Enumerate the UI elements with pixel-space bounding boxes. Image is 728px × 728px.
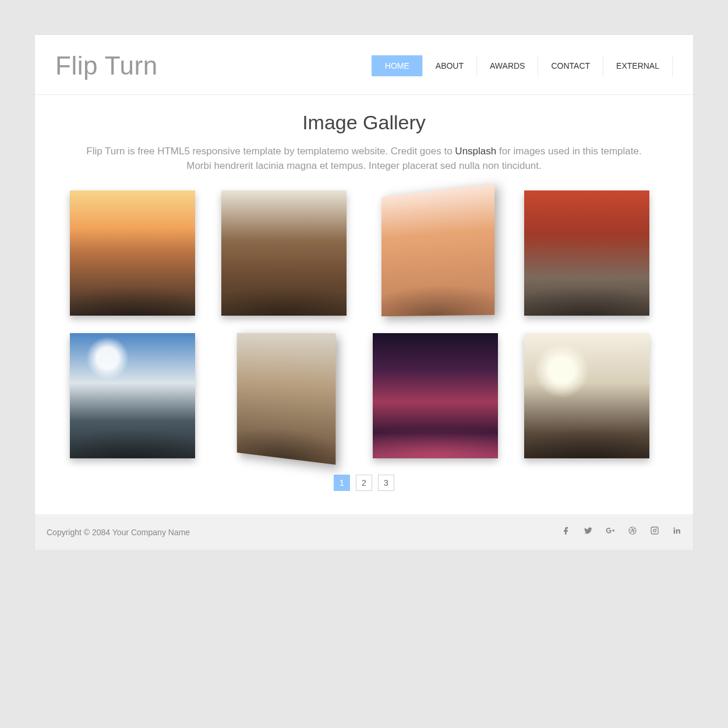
gallery-item-mountain[interactable] [70, 333, 195, 458]
copyright-text: Copyright © 2084 Your Company Name [47, 528, 190, 537]
gallery-item-bridge[interactable] [373, 333, 498, 458]
nav-about[interactable]: ABOUT [422, 55, 476, 76]
image-narrow-alley [524, 190, 649, 316]
intro-text-before: Flip Turn is free HTML5 responsive templ… [86, 146, 455, 157]
image-lifeguard-stand [381, 183, 494, 316]
nav-home[interactable]: HOME [372, 55, 422, 76]
gallery-item-alley[interactable] [524, 190, 649, 316]
page-1[interactable]: 1 [334, 475, 350, 491]
page-2[interactable]: 2 [356, 475, 372, 491]
page-3[interactable]: 3 [378, 475, 394, 491]
gallery-item-boardwalk[interactable] [221, 333, 347, 458]
gallery-intro: Flip Turn is free HTML5 responsive templ… [73, 144, 655, 173]
gallery-item-sunset[interactable] [70, 190, 195, 316]
image-bike-sunset [524, 333, 649, 458]
gallery-grid [55, 190, 673, 470]
dribbble-icon[interactable] [628, 526, 637, 538]
gallery-item-forest[interactable] [221, 190, 347, 316]
header: Flip Turn HOME ABOUT AWARDS CONTACT EXTE… [35, 35, 693, 95]
intro-link-unsplash[interactable]: Unsplash [455, 146, 496, 157]
brand-title: Flip Turn [55, 51, 158, 80]
image-sunset-beach [70, 190, 195, 316]
nav-external[interactable]: EXTERNAL [603, 55, 673, 76]
twitter-icon[interactable] [584, 526, 593, 538]
main-nav: HOME ABOUT AWARDS CONTACT EXTERNAL [372, 55, 673, 76]
gallery-title: Image Gallery [55, 111, 673, 134]
footer: Copyright © 2084 Your Company Name [35, 514, 693, 550]
gallery-section: Image Gallery Flip Turn is free HTML5 re… [35, 95, 693, 514]
social-links [561, 526, 681, 538]
image-boardwalk [237, 333, 336, 465]
pagination: 1 2 3 [55, 475, 673, 491]
facebook-icon[interactable] [561, 526, 571, 538]
image-mountain-lake [70, 333, 195, 458]
image-city-bridge [373, 333, 498, 458]
gallery-item-lifeguard[interactable] [373, 190, 498, 316]
gallery-item-bike[interactable] [524, 333, 649, 458]
nav-awards[interactable]: AWARDS [476, 55, 538, 76]
instagram-icon[interactable] [650, 526, 659, 538]
image-forest-trail [221, 190, 347, 316]
nav-contact[interactable]: CONTACT [538, 55, 603, 76]
google-plus-icon[interactable] [606, 526, 615, 538]
page-container: Flip Turn HOME ABOUT AWARDS CONTACT EXTE… [35, 35, 693, 550]
linkedin-icon[interactable] [672, 526, 681, 538]
